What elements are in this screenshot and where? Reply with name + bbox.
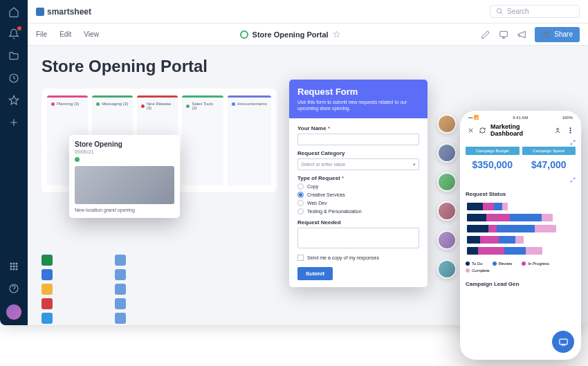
edit-icon[interactable]	[481, 30, 490, 39]
close-icon[interactable]	[467, 127, 475, 134]
more-icon[interactable]	[567, 127, 574, 134]
svg-point-6	[16, 266, 17, 267]
sheet-icon[interactable]	[115, 269, 126, 280]
card-subtitle: New location grand opening	[75, 208, 174, 212]
radio-option[interactable]: Web Dev	[297, 200, 419, 206]
svg-point-7	[10, 268, 12, 270]
menu-view[interactable]: View	[84, 30, 99, 38]
svg-rect-19	[559, 339, 567, 345]
gdrive-icon[interactable]	[42, 284, 53, 295]
favorite-star-icon[interactable]	[333, 30, 340, 38]
svg-point-8	[13, 268, 15, 270]
sheet-icon[interactable]	[115, 255, 126, 266]
expand-icon[interactable]	[570, 177, 576, 183]
svg-point-1	[10, 263, 12, 264]
kpi-card: Campaign Budget$350,000	[466, 147, 520, 170]
radio-option[interactable]: Creative Services	[297, 192, 419, 198]
legend-item: In Progress	[522, 262, 549, 266]
chat-fab[interactable]	[552, 331, 574, 353]
sheet-icon[interactable]	[115, 298, 126, 309]
apps-icon[interactable]	[8, 260, 20, 273]
legend-item: Complete	[466, 268, 490, 273]
bell-icon[interactable]	[8, 28, 20, 40]
form-subtitle: Use this form to submit new requests rel…	[297, 99, 419, 111]
svg-point-18	[570, 132, 571, 133]
left-rail	[0, 0, 28, 325]
avatar[interactable]	[437, 230, 457, 250]
svg-point-13	[544, 31, 547, 34]
needed-textarea[interactable]	[297, 228, 419, 248]
avatar[interactable]	[437, 172, 457, 192]
svg-point-5	[13, 266, 15, 267]
present-icon[interactable]	[499, 30, 508, 39]
folder-icon[interactable]	[8, 50, 20, 62]
card-date: 09/05/21	[75, 149, 174, 154]
form-title: Request Form	[297, 86, 419, 97]
home-icon[interactable]	[8, 6, 20, 18]
word-icon[interactable]	[42, 269, 53, 280]
brand-logo[interactable]: smartsheet	[36, 7, 91, 17]
status-chart	[466, 203, 576, 255]
copy-checkbox[interactable]: Send me a copy of my responses	[297, 255, 419, 261]
status-indicator-icon	[240, 30, 248, 39]
plus-icon[interactable]	[8, 116, 20, 129]
lead-title: Campaign Lead Gen	[466, 281, 576, 287]
card-image	[75, 166, 174, 204]
phone-statusbar: ••• 📶9:41 AM100%	[466, 115, 576, 120]
legend-item: To Do	[466, 262, 483, 266]
svg-point-17	[570, 129, 571, 130]
legend-item: Review	[493, 262, 513, 266]
sheet-icon[interactable]	[115, 284, 126, 295]
refresh-icon[interactable]	[479, 127, 486, 134]
radio-option[interactable]: Copy	[297, 183, 419, 190]
announce-icon[interactable]	[517, 30, 526, 39]
avatar[interactable]	[437, 259, 457, 279]
svg-point-16	[570, 127, 571, 128]
user-avatar[interactable]	[6, 304, 21, 320]
board-column[interactable]: Sales Tools (2)	[182, 95, 223, 185]
svg-rect-12	[500, 31, 508, 37]
svg-point-9	[16, 268, 17, 270]
avatar[interactable]	[437, 201, 457, 221]
menu-edit[interactable]: Edit	[59, 30, 71, 38]
pdf-icon[interactable]	[42, 298, 53, 309]
card-title: Store Opening	[75, 140, 174, 148]
tab-title: Store Opening Portal	[240, 30, 340, 39]
card-status-dot	[75, 157, 80, 162]
status-title: Request Status	[466, 191, 576, 197]
kpi-card: Campaign Spend$47,000	[522, 147, 576, 170]
sheet-icon[interactable]	[115, 313, 126, 324]
expand-icon[interactable]	[570, 140, 576, 145]
radio-option[interactable]: Testing & Personalization	[297, 208, 419, 214]
topbar: smartsheet Search	[28, 0, 588, 24]
search-input[interactable]: Search	[490, 5, 580, 18]
chart-legend: To DoReviewIn ProgressComplete	[466, 262, 576, 273]
card-popup[interactable]: Store Opening 09/05/21 New location gran…	[69, 135, 180, 218]
menu-file[interactable]: File	[36, 30, 47, 38]
svg-point-15	[557, 128, 559, 130]
svg-point-3	[16, 263, 17, 264]
page-title: Store Opening Portal	[42, 57, 574, 76]
star-icon[interactable]	[8, 94, 20, 107]
menubar: File Edit View Store Opening Portal Shar…	[28, 24, 588, 46]
phone-title: Marketing Dashboard	[490, 123, 551, 137]
svg-point-11	[497, 8, 501, 12]
category-select[interactable]: Select or enter value▾	[297, 158, 419, 170]
svg-point-14	[547, 31, 550, 34]
request-form: Request Form Use this form to submit new…	[289, 80, 428, 287]
svg-point-4	[10, 266, 12, 267]
avatar[interactable]	[437, 143, 457, 163]
board-column[interactable]: Announcements	[228, 95, 271, 185]
clock-icon[interactable]	[8, 72, 20, 84]
share-button[interactable]: Share	[535, 27, 580, 42]
collaborator-avatars	[437, 114, 457, 279]
name-input[interactable]	[297, 134, 419, 145]
svg-point-2	[13, 263, 15, 264]
excel-icon[interactable]	[42, 255, 53, 266]
mobile-preview: ••• 📶9:41 AM100% Marketing Dashboard Cam…	[460, 111, 581, 360]
submit-button[interactable]: Submit	[297, 267, 333, 280]
help-icon[interactable]	[8, 282, 20, 295]
people-icon[interactable]	[555, 127, 562, 134]
dropbox-icon[interactable]	[42, 313, 53, 324]
avatar[interactable]	[437, 114, 457, 134]
